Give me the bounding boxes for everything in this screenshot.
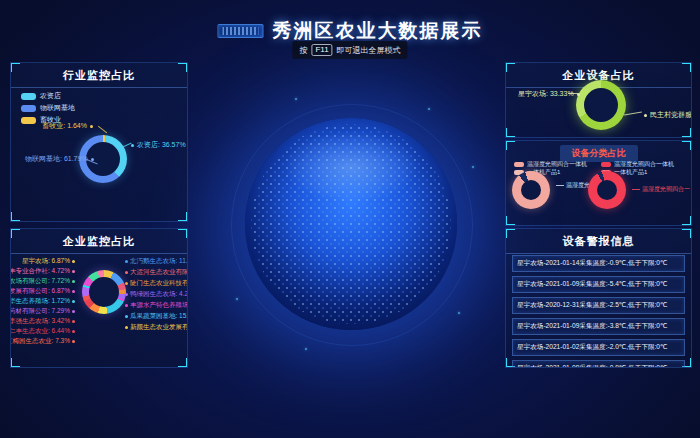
legend-swatch xyxy=(21,105,36,112)
classification-donut-left xyxy=(512,171,550,209)
alarm-row: 星宇农场-2021-01-02采集温度:-2.0℃,低于下限:0℃ xyxy=(512,339,685,356)
brand-logo xyxy=(218,24,264,38)
alarm-row: 星宇农场-2021-01-09采集温度:-0.9℃,低于下限:0℃ xyxy=(512,360,685,368)
alarm-panel-title: 设备警报信息 xyxy=(506,229,691,254)
fullscreen-toast: 按 F11 即可退出全屏模式 xyxy=(292,41,407,59)
classification-callout-right: 温湿度光照四合一 xyxy=(632,185,690,194)
enterprise-callout: 仁丰生态农业: 6.44% xyxy=(10,327,75,336)
device-alarm-panel: 设备警报信息 星宇农场-2021-01-14采集温度:-0.9℃,低于下限:0℃… xyxy=(505,228,692,368)
particle-dot xyxy=(305,348,307,350)
corner-decoration xyxy=(178,358,188,368)
legend-label: 物联网基地 xyxy=(40,103,75,113)
particle-dot xyxy=(458,312,460,314)
globe-visual xyxy=(245,118,457,330)
callout-xingyu-farm: 星宇农场: 33.33% xyxy=(518,89,580,99)
legend-swatch xyxy=(514,162,524,167)
leader-line xyxy=(98,126,107,134)
particle-dot xyxy=(472,166,474,168)
equipment-donut-chart xyxy=(576,80,626,130)
enterprise-callout: 翔升发展有限公司: 6.87% xyxy=(10,287,75,296)
enterprise-callout: 鸭绿园生态农场: 4.29% xyxy=(125,290,188,299)
enterprise-callout: 家庭农场有限公司: 7.72% xyxy=(10,277,75,286)
enterprise-monitor-panel: 企业监控占比 星宇农场: 6.87% 社服聚丰专业合作社: 4.72% 家庭农场… xyxy=(10,228,188,368)
alarm-row: 星宇农场-2021-01-09采集温度:-5.4℃,低于下限:0℃ xyxy=(512,276,685,293)
fullscreen-toast-prefix: 按 xyxy=(299,45,307,56)
enterprise-callout: 七华生态养殖场: 1.72% xyxy=(10,297,75,306)
industry-monitor-panel: 行业监控占比 农资店 物联网基地 畜牧业 畜牧业: 1.64% 农资店: 36.… xyxy=(10,62,188,222)
legend-swatch xyxy=(601,162,611,167)
enterprise-callout: 新颜生态农业发展有限公司: 6.87 xyxy=(125,323,188,332)
enterprise-callout: 北汅鹅生态农场: 11.16% xyxy=(125,257,188,266)
alarm-row: 星宇农场-2020-12-31采集温度:-2.5℃,低于下限:0℃ xyxy=(512,297,685,314)
corner-decoration xyxy=(10,358,20,368)
legend-item-iot[interactable]: 物联网基地 xyxy=(21,103,75,113)
enterprise-callout: 星宇农场: 6.87% xyxy=(22,257,75,266)
alarm-list: 星宇农场-2021-01-14采集温度:-0.9℃,低于下限:0℃ 星宇农场-2… xyxy=(512,255,685,368)
equipment-share-panel: 企业设备占比 星宇农场: 33.33% 民主村党群服务中心 xyxy=(505,62,692,138)
corner-decoration xyxy=(178,212,188,222)
enterprise-panel-title: 企业监控占比 xyxy=(11,229,187,254)
corner-decoration xyxy=(682,216,692,226)
leader-line xyxy=(568,93,578,94)
particle-dot xyxy=(428,108,430,110)
particle-dot xyxy=(295,98,297,100)
dashboard-screen: 秀洲区农业大数据展示 按 F11 即可退出全屏模式 行业监控占比 农资店 物联网… xyxy=(0,0,700,438)
callout-store: 农资店: 36.57% xyxy=(131,140,186,150)
industry-panel-title: 行业监控占比 xyxy=(11,63,187,88)
enterprise-callout: 丰源水产特色养殖场: 1. xyxy=(125,301,188,310)
fullscreen-toast-suffix: 即可退出全屏模式 xyxy=(337,45,401,56)
enterprise-donut-chart xyxy=(82,270,126,314)
legend-swatch xyxy=(21,93,36,100)
globe-highlight xyxy=(283,131,419,203)
enterprise-callout: 陡门生态农业科技有限公 xyxy=(125,279,188,288)
enterprise-callout: 社服聚丰专业合作社: 4.72% xyxy=(10,267,75,276)
corner-decoration xyxy=(682,128,692,138)
leader-line xyxy=(624,111,642,115)
legend-label: 农资店 xyxy=(40,91,61,101)
callout-iot: 物联网基地: 61.79% xyxy=(25,154,94,164)
alarm-row: 星宇农场-2021-01-14采集温度:-0.9℃,低于下限:0℃ xyxy=(512,255,685,272)
enterprise-callout: 中药材有限公司: 7.29% xyxy=(10,307,75,316)
enterprise-callout: 瓜果蔬菜园基地: 15.02% xyxy=(125,312,188,321)
corner-decoration xyxy=(505,216,515,226)
callout-livestock: 畜牧业: 1.64% xyxy=(29,121,93,131)
enterprise-callout: 大运河生态农业有限责任公 xyxy=(125,268,188,277)
particle-dot xyxy=(236,298,238,300)
alarm-row: 星宇农场-2021-01-09采集温度:-3.8℃,低于下限:0℃ xyxy=(512,318,685,335)
corner-decoration xyxy=(10,212,20,222)
corner-decoration xyxy=(505,128,515,138)
legend-item-store[interactable]: 农资店 xyxy=(21,91,61,101)
callout-service-center: 民主村党群服务中心 xyxy=(644,110,692,120)
classification-donut-right xyxy=(588,171,626,209)
enterprise-callout: 李强生态农场: 3.42% xyxy=(10,317,75,326)
f11-key-badge: F11 xyxy=(311,44,332,56)
device-classification-panel: 设备分类占比 温湿度光照四合一体机 一体机产品1 温湿度光照四合一 温湿度光照四… xyxy=(505,140,692,226)
enterprise-callout: 红梅园生态农业: 7.3% xyxy=(10,337,75,346)
